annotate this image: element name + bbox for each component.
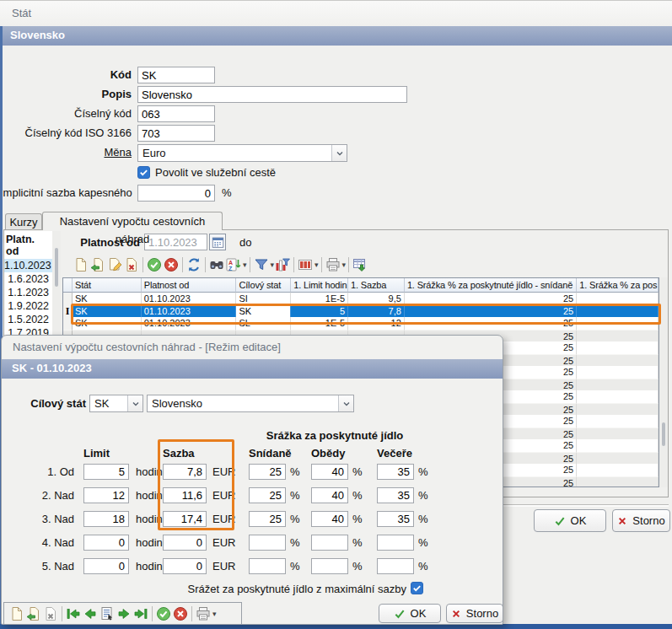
record-list-icon[interactable]: [99, 605, 116, 622]
chevron-down-icon[interactable]: ▾: [243, 261, 247, 269]
column-header[interactable]: Stát: [73, 278, 142, 293]
iso-kod-input[interactable]: [137, 125, 215, 142]
date-list-item[interactable]: 1.1.2023: [4, 286, 52, 299]
chevron-down-icon[interactable]: ▾: [342, 261, 347, 269]
search-binoculars-icon[interactable]: [208, 256, 225, 273]
date-list-item[interactable]: 1.9.2022: [4, 299, 52, 313]
vecere-input[interactable]: [377, 535, 414, 551]
date-list-scrollbar-thumb[interactable]: [55, 248, 58, 287]
dialog-storno-label: Storno: [466, 607, 498, 620]
limit-input[interactable]: [83, 464, 129, 480]
filter-chart-icon[interactable]: [274, 256, 291, 273]
delete-icon[interactable]: [123, 256, 140, 273]
chevron-down-icon[interactable]: [338, 395, 353, 411]
snidane-input[interactable]: [249, 558, 286, 574]
dialog-storno-button[interactable]: Storno: [446, 604, 503, 623]
nav-last-icon[interactable]: [132, 605, 149, 622]
mena-label[interactable]: Měna: [0, 144, 132, 161]
kapesne-input[interactable]: [137, 185, 215, 202]
dialog-ok-button[interactable]: OK: [379, 604, 441, 623]
check-icon: [554, 515, 566, 527]
limit-input[interactable]: [83, 487, 129, 503]
nav-next-icon[interactable]: [116, 605, 132, 622]
ciselny-kod-input[interactable]: [137, 105, 215, 122]
obedy-input[interactable]: [311, 511, 348, 527]
import-icon[interactable]: [25, 605, 42, 622]
dialog-limit-row: 5. NadhodinEUR%%%: [2, 558, 504, 575]
snidane-input[interactable]: [249, 464, 286, 480]
vecere-input[interactable]: [377, 511, 414, 527]
sazba-input[interactable]: [163, 535, 207, 551]
delete-gray-icon[interactable]: [42, 605, 59, 622]
column-header[interactable]: Platnost od: [142, 278, 237, 293]
accept-icon[interactable]: [146, 256, 163, 273]
chevron-down-icon[interactable]: ▾: [212, 610, 217, 618]
edit-icon[interactable]: [106, 256, 123, 273]
table-header-row: StátPlatnost odCílový stat1. Limit hodin…: [63, 278, 659, 293]
column-header[interactable]: 1. Srážka % za pos: [577, 278, 659, 293]
limit-input[interactable]: [83, 511, 129, 527]
cilovy-stat-name-combobox[interactable]: Slovensko: [147, 395, 354, 412]
obedy-input[interactable]: [311, 535, 348, 551]
column-header[interactable]: 1. Limit hodin: [291, 278, 348, 293]
column-header[interactable]: 1. Srážka % za poskytnuté jídlo - snídan…: [405, 278, 577, 293]
chevron-down-icon[interactable]: ▾: [314, 261, 319, 269]
vecere-input[interactable]: [377, 558, 414, 574]
sort-az-icon[interactable]: AZ: [225, 256, 242, 273]
obedy-input[interactable]: [311, 464, 348, 480]
date-list-item[interactable]: 1.6.2023: [4, 272, 52, 286]
tab-nastaveni[interactable]: Nastavení vypočtu cestovních náhrad: [42, 212, 223, 230]
limit-column-header: Limit: [83, 445, 110, 462]
new-document-icon[interactable]: [73, 256, 89, 273]
sazba-input[interactable]: [163, 558, 207, 574]
date-list-item[interactable]: 1.5.2022: [4, 313, 52, 326]
column-header[interactable]: 1. Sazba: [348, 278, 405, 293]
srazet-checkbox-label: Srážet za poskytnuté jídlo z maximální s…: [128, 581, 406, 598]
print-icon[interactable]: [195, 605, 212, 622]
storno-button-label: Storno: [632, 514, 664, 527]
nav-prev-icon[interactable]: [82, 605, 99, 622]
platnost-od-input[interactable]: [144, 234, 207, 250]
column-header[interactable]: Cílový stat: [236, 278, 291, 293]
cilovy-stat-label: Cílový stát: [2, 395, 86, 412]
povolit-checkbox[interactable]: [137, 166, 150, 179]
cancel-icon[interactable]: [163, 256, 180, 273]
import-icon[interactable]: [89, 256, 106, 273]
kapesne-unit: %: [222, 185, 232, 202]
mena-combobox[interactable]: Euro: [137, 144, 347, 162]
vecere-input[interactable]: [377, 464, 414, 480]
toolbar-separator: [191, 606, 192, 621]
date-list-item[interactable]: 1.10.2023: [4, 259, 52, 272]
filter-icon[interactable]: [253, 256, 270, 273]
x-icon: [451, 609, 461, 619]
snidane-input[interactable]: [249, 511, 286, 527]
obedy-input[interactable]: [311, 558, 348, 574]
refresh-icon[interactable]: [185, 256, 202, 273]
srazet-checkbox[interactable]: [411, 582, 423, 594]
vecere-input[interactable]: [377, 487, 414, 503]
calendar-button[interactable]: [209, 234, 226, 250]
new-document-icon[interactable]: [8, 605, 25, 622]
columns-icon[interactable]: [297, 256, 314, 273]
chevron-down-icon[interactable]: [127, 395, 142, 411]
accept-icon[interactable]: [155, 605, 172, 622]
limit-input[interactable]: [83, 558, 129, 574]
toolbar-separator: [250, 257, 250, 272]
cancel-icon[interactable]: [172, 605, 189, 622]
snidane-input[interactable]: [249, 487, 286, 503]
print-icon[interactable]: [325, 256, 341, 273]
export-icon[interactable]: [352, 256, 368, 273]
percent-unit: %: [290, 487, 300, 503]
ok-button[interactable]: OK: [534, 509, 606, 532]
cilovy-stat-code-combobox[interactable]: SK: [89, 395, 143, 412]
limit-input[interactable]: [83, 535, 129, 551]
storno-button[interactable]: Storno: [612, 509, 670, 532]
nav-first-icon[interactable]: [65, 605, 82, 622]
popis-input[interactable]: [137, 86, 407, 103]
obedy-input[interactable]: [311, 487, 348, 503]
table-scrollbar-thumb[interactable]: [662, 422, 665, 446]
snidane-input[interactable]: [249, 535, 286, 551]
chevron-down-icon[interactable]: [331, 145, 347, 161]
kod-input[interactable]: [137, 67, 215, 83]
tab-kurzy[interactable]: Kurzy: [5, 213, 42, 229]
